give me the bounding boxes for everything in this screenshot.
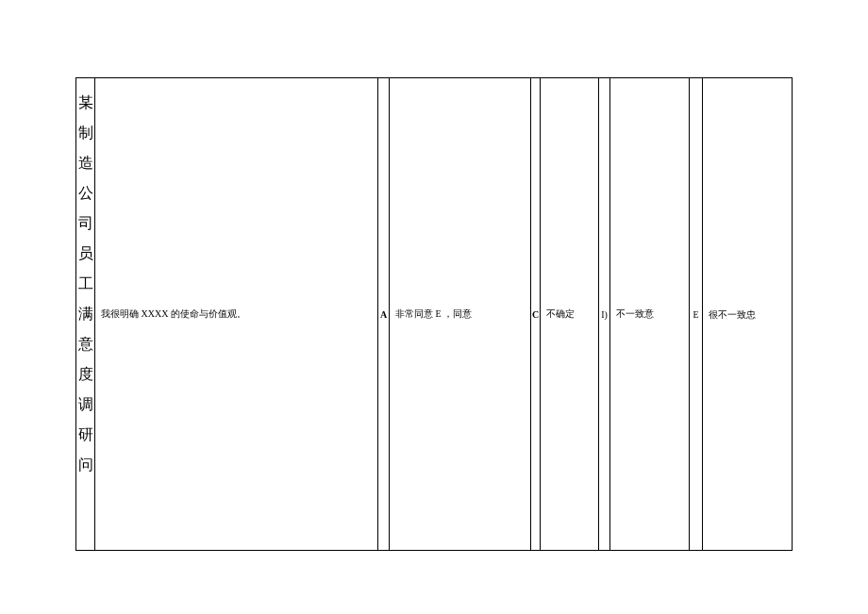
option-d-marker: I) [601,309,608,320]
title-text: 某制造公司员工满意度调研问 [78,88,93,480]
option-a-marker-cell: A [378,78,390,550]
option-e-text: 很不一致忠 [709,308,756,321]
question-text: 我很明确 XXXX 的使命与价值观。 [101,307,246,321]
option-d-cell: 不一致意 [610,78,690,550]
survey-table: 某制造公司员工满意度调研问 我很明确 XXXX 的使命与价值观。 A 非常同意 … [75,77,793,551]
option-c-marker: C [532,309,539,320]
title-column: 某制造公司员工满意度调研问 [76,78,95,550]
option-c-marker-cell: C [531,78,541,550]
option-e-marker: E [693,309,698,320]
option-a-marker: A [380,309,387,320]
option-ab-cell: 非常同意 E ，同意 [390,78,531,550]
option-d-text: 不一致意 [616,307,654,321]
option-e-marker-cell: E [690,78,703,550]
option-ab-text: 非常同意 E ，同意 [395,307,472,321]
option-d-marker-cell: I) [599,78,610,550]
option-c-text: 不确定 [546,307,575,321]
option-e-cell: 很不一致忠 [703,78,792,550]
option-c-cell: 不确定 [541,78,599,550]
question-cell: 我很明确 XXXX 的使命与价值观。 [95,78,378,550]
